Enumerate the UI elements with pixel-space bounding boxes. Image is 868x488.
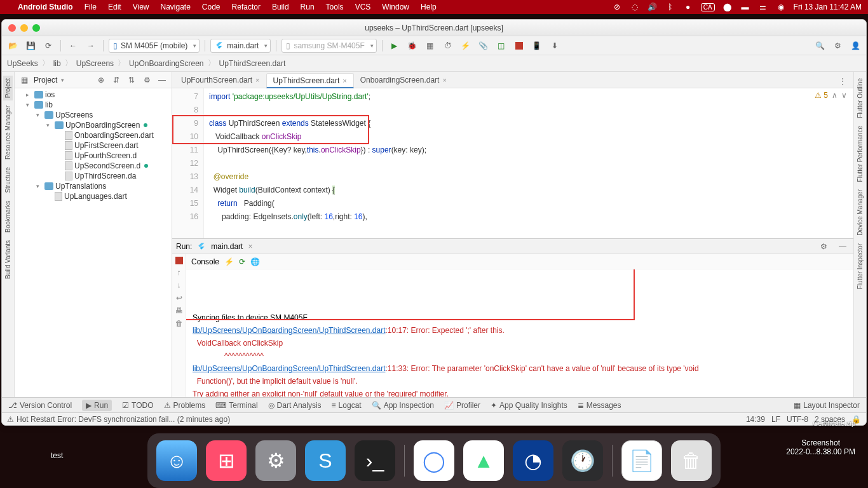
tree-file[interactable]: UpFourthScreen.d bbox=[15, 151, 172, 161]
loading-icon[interactable]: ◌ bbox=[630, 2, 640, 12]
tree-file[interactable]: OnboardingScreen.dart bbox=[15, 130, 172, 140]
dock-trash-icon[interactable]: 🗑 bbox=[671, 440, 712, 481]
samsung-selector[interactable]: ▯samsung SM-M405F bbox=[281, 39, 376, 53]
bottom-app-quality[interactable]: ✦ App Quality Insights bbox=[491, 401, 567, 410]
menu-build[interactable]: Build bbox=[272, 3, 289, 11]
bottom-problems[interactable]: ⚠ Problems bbox=[164, 401, 206, 410]
menu-help[interactable]: Help bbox=[421, 3, 437, 11]
down-icon[interactable]: ↓ bbox=[177, 281, 181, 290]
tree-file[interactable]: UpLanguages.dart bbox=[15, 191, 172, 201]
dock-sourcetree-icon[interactable]: ◔ bbox=[513, 440, 553, 481]
breadcrumb-item[interactable]: lib bbox=[53, 59, 61, 68]
locate-icon[interactable]: ⊕ bbox=[95, 74, 107, 86]
dock-chrome-icon[interactable]: ◯ bbox=[414, 440, 454, 481]
back-icon[interactable]: ← bbox=[66, 39, 80, 53]
desktop-file-label[interactable]: Screenshot2022-0...8.38.00 PM bbox=[786, 438, 855, 456]
run-button-icon[interactable]: ▶ bbox=[388, 39, 402, 53]
device-selector[interactable]: ▯SM M405F (mobile) bbox=[109, 39, 200, 53]
rerun-icon[interactable]: ↑ bbox=[177, 268, 181, 277]
menu-file[interactable]: File bbox=[85, 3, 97, 11]
wifi-icon[interactable]: ⬤ bbox=[722, 2, 733, 12]
project-view-label[interactable]: Project bbox=[34, 76, 57, 85]
bottom-layout-inspector[interactable]: ▦ Layout Inspector bbox=[794, 401, 860, 410]
menu-refactor[interactable]: Refactor bbox=[232, 3, 261, 11]
stop-button-icon[interactable] bbox=[512, 39, 526, 53]
breadcrumb-item[interactable]: UpSeeks bbox=[7, 59, 38, 68]
right-tab-flutter-performance[interactable]: Flutter Performance bbox=[855, 123, 865, 184]
save-all-icon[interactable]: 💾 bbox=[24, 39, 37, 53]
bottom-version-control[interactable]: ⎇ Version Control bbox=[8, 401, 72, 410]
menu-tools[interactable]: Tools bbox=[326, 3, 344, 11]
hide-run-icon[interactable]: — bbox=[836, 240, 850, 254]
soft-wrap-icon[interactable]: ↩ bbox=[176, 294, 182, 302]
right-tab-flutter-inspector[interactable]: Flutter Inspector bbox=[855, 241, 865, 292]
maximize-window-button[interactable] bbox=[32, 24, 40, 32]
dock-launchpad-icon[interactable]: ⊞ bbox=[206, 440, 247, 481]
bluetooth-icon[interactable]: ᛒ bbox=[665, 2, 675, 12]
editor-tab[interactable]: UpFourthScreen.dart× bbox=[175, 72, 266, 88]
console-tab-label[interactable]: Console bbox=[191, 257, 219, 266]
hot-restart-console-icon[interactable]: ⟳ bbox=[239, 257, 245, 266]
editor-tab[interactable]: UpThirdScreen.dart× bbox=[266, 73, 354, 88]
hide-tool-icon[interactable]: — bbox=[156, 74, 168, 86]
reload-icon[interactable]: ⟳ bbox=[41, 39, 55, 53]
close-tab-icon[interactable]: × bbox=[442, 76, 446, 84]
dock-skype-icon[interactable]: S bbox=[305, 440, 346, 481]
right-tab-flutter-outline[interactable]: Flutter Outline bbox=[855, 76, 865, 121]
tree-folder[interactable]: ▾UpOnBoardingScreen bbox=[15, 120, 172, 130]
error-file-link[interactable]: lib/UpScreens/UpOnBoardingScreen/UpThird… bbox=[193, 326, 386, 335]
bottom-app-inspection[interactable]: 🔍 App Inspection bbox=[372, 401, 434, 410]
desktop-file-label[interactable]: Certificate.zip bbox=[813, 419, 855, 427]
tree-file[interactable]: UpSecondScreen.d bbox=[15, 161, 172, 171]
breadcrumb-item[interactable]: UpThirdScreen.dart bbox=[219, 59, 286, 68]
project-view-icon[interactable]: ▦ bbox=[18, 74, 30, 86]
file-encoding[interactable]: UTF-8 bbox=[787, 415, 808, 424]
minimize-window-button[interactable] bbox=[20, 24, 28, 32]
editor-tab[interactable]: OnboardingScreen.dart× bbox=[354, 72, 453, 88]
left-tab-structure[interactable]: Structure bbox=[3, 165, 13, 196]
breadcrumb-item[interactable]: UpOnBoardingScreen bbox=[129, 59, 203, 68]
dock-finder-icon[interactable]: ☺ bbox=[156, 440, 197, 481]
menu-navigate[interactable]: Navigate bbox=[160, 3, 190, 11]
avd-icon[interactable]: 📱 bbox=[530, 39, 544, 53]
menu-edit[interactable]: Edit bbox=[108, 3, 121, 11]
breadcrumb-item[interactable]: UpScreens bbox=[76, 59, 114, 68]
profile-icon[interactable]: ⏱ bbox=[441, 39, 455, 53]
bottom-terminal[interactable]: ⌨ Terminal bbox=[215, 401, 257, 410]
left-tab-resource-manager[interactable]: Resource Manager bbox=[3, 103, 13, 162]
left-tab-bookmarks[interactable]: Bookmarks bbox=[3, 198, 13, 235]
dock-settings-icon[interactable]: ⚙ bbox=[255, 440, 296, 481]
menu-run[interactable]: Run bbox=[301, 3, 315, 11]
sdk-icon[interactable]: ⬇ bbox=[548, 39, 562, 53]
bottom-run[interactable]: ▶ Run bbox=[82, 400, 112, 411]
tree-file[interactable]: UpThirdScreen.da bbox=[15, 171, 172, 181]
print-icon[interactable]: 🖶 bbox=[175, 306, 183, 315]
error-file-link[interactable]: lib/UpScreens/UpOnBoardingScreen/UpThird… bbox=[193, 364, 386, 373]
locale-badge[interactable]: CA bbox=[701, 3, 715, 11]
dock-terminal-icon[interactable]: ›_ bbox=[355, 440, 395, 481]
desktop-folder-label[interactable]: test bbox=[51, 451, 63, 460]
line-ending[interactable]: LF bbox=[771, 415, 780, 424]
run-settings-icon[interactable]: ⚙ bbox=[817, 240, 831, 254]
status-warning-icon[interactable]: ⚠ bbox=[7, 415, 14, 424]
teams-icon[interactable]: ● bbox=[683, 2, 693, 12]
settings-icon[interactable]: ⚙ bbox=[831, 39, 844, 53]
tree-file[interactable]: UpFirstScreen.dart bbox=[15, 140, 172, 151]
expand-all-icon[interactable]: ⇵ bbox=[111, 74, 122, 86]
forward-icon[interactable]: → bbox=[84, 39, 98, 53]
search-icon[interactable]: 🔍 bbox=[813, 39, 827, 53]
account-icon[interactable]: 👤 bbox=[848, 39, 862, 53]
left-tab-build-variants[interactable]: Build Variants bbox=[3, 238, 13, 281]
bottom-messages[interactable]: ≣ Messages bbox=[578, 401, 621, 410]
stop-process-button[interactable] bbox=[175, 257, 183, 264]
inspection-up-icon[interactable]: ∧ bbox=[832, 91, 837, 100]
battery-icon[interactable]: ▬ bbox=[740, 2, 750, 12]
coverage-icon[interactable]: ▦ bbox=[423, 39, 437, 53]
clear-all-icon[interactable]: 🗑 bbox=[175, 319, 183, 328]
bottom-dart-analysis[interactable]: ◎ Dart Analysis bbox=[268, 401, 322, 410]
bottom-logcat[interactable]: ≡ Logcat bbox=[332, 401, 362, 410]
menu-window[interactable]: Window bbox=[382, 3, 409, 11]
tree-folder[interactable]: ▾UpScreens bbox=[15, 110, 172, 120]
hot-reload-console-icon[interactable]: ⚡ bbox=[224, 257, 234, 266]
close-run-tab-icon[interactable]: × bbox=[248, 242, 252, 251]
